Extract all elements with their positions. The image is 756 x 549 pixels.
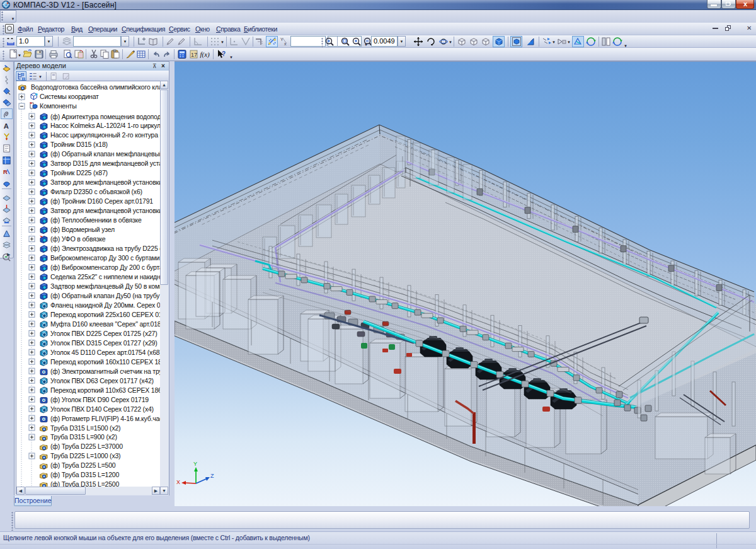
- svg-text:Тройник D315 (x18): Тройник D315 (x18): [50, 141, 108, 148]
- svg-text:Переход короткий 160х110 СЕРЕХ: Переход короткий 160х110 СЕРЕХ 18693 (х7…: [50, 358, 160, 366]
- svg-text:Седелка 225х2" с ниппелем и на: Седелка 225х2" с ниппелем и накидной гай: [50, 273, 160, 280]
- svg-text:X: X: [176, 479, 180, 485]
- svg-text:(ф) Архитектура помещения водо: (ф) Архитектура помещения водоподготов: [50, 113, 160, 120]
- svg-text:Уголок ПВХ D315 Серех 01727 (х: Уголок ПВХ D315 Серех 01727 (х29): [50, 339, 158, 347]
- svg-text:(ф) Виброкомпенсатор Ду 200 с: (ф) Виброкомпенсатор Ду 200 с буртами и: [50, 263, 160, 271]
- svg-text:Водоподготовка бассейна олимпи: Водоподготовка бассейна олимпийского кла…: [31, 83, 160, 91]
- svg-text:Насос Kolmeks AL-1202/4 1-го ц: Насос Kolmeks AL-1202/4 1-го циркуляцио: [50, 122, 160, 129]
- svg-text:17: 17: [191, 52, 197, 58]
- svg-text:Уголок 45 D110 Серех арт.0175: Уголок 45 D110 Серех арт.01754 (х68): [50, 349, 160, 356]
- svg-text:(ф) Электрозадвижка на трубу D: (ф) Электрозадвижка на трубу D225 с бурт…: [50, 245, 160, 252]
- svg-text:Y: Y: [280, 37, 284, 42]
- svg-text:Тройник D225 (x87): Тройник D225 (x87): [50, 169, 108, 176]
- svg-text:Z: Z: [210, 473, 214, 479]
- svg-text:(ф) Водомерный узел: (ф) Водомерный узел: [50, 226, 115, 233]
- svg-text:(ф) Электромагнитный счетчик н: (ф) Электромагнитный счетчик на трубу 22: [50, 367, 160, 375]
- svg-text:Y: Y: [193, 461, 197, 467]
- svg-text:Уголок ПВХ D63 Серех 01717 (х4: Уголок ПВХ D63 Серех 01717 (х42): [50, 377, 154, 384]
- svg-text:Труба D315 L=900 (х2): Труба D315 L=900 (х2): [50, 433, 117, 441]
- svg-text:(ф) Обратный клапан Ду50 (на т: (ф) Обратный клапан Ду50 (на трубу D63) …: [50, 292, 160, 299]
- svg-text:Затвор для межфланцевой устано: Затвор для межфланцевой установки Ду 15: [50, 178, 160, 186]
- svg-text:Виброкомпенсатор Ду 300 с бурт: Виброкомпенсатор Ду 300 с буртами и фл: [50, 254, 160, 262]
- svg-text:Фильтр D2350 с объвязкой (х6): Фильтр D2350 с объвязкой (х6): [50, 188, 142, 195]
- svg-text:Системы координат: Системы координат: [40, 93, 99, 100]
- svg-text:(ф) Труба D225 L=500: (ф) Труба D225 L=500: [50, 461, 116, 469]
- svg-text:(ф) УФО в обвязке: (ф) УФО в обвязке: [50, 235, 106, 243]
- svg-text:Компоненты: Компоненты: [40, 102, 77, 110]
- svg-text:A: A: [4, 122, 9, 130]
- svg-text:Труба D315 L=1500 (х2): Труба D315 L=1500 (х2): [50, 424, 120, 432]
- svg-text:Насос циркуляционный 2-го конт: Насос циркуляционный 2-го контура (От д: [50, 131, 160, 139]
- svg-text:Труба D225 L=1000 (х3): Труба D225 L=1000 (х3): [50, 452, 120, 459]
- svg-text:Задтвор межфланцевый Ду 50 в к: Задтвор межфланцевый Ду 50 в комплекте: [50, 282, 160, 290]
- svg-text:Муфта D160 клеевая "Серех" арт: Муфта D160 клеевая "Серех" арт.01883 (х5…: [50, 320, 160, 328]
- svg-text:x: x: [284, 42, 287, 46]
- svg-text:Затвор для межфланцевой устано: Затвор для межфланцевой установки Ду 20: [50, 207, 160, 214]
- svg-text:(ф) Ротаметр FLIV(FIP) 4-16 м.: (ф) Ротаметр FLIV(FIP) 4-16 м.куб.час: [50, 415, 160, 422]
- svg-text:Уголок ПВХ D140 Серех 01722 (х: Уголок ПВХ D140 Серех 01722 (х4): [50, 405, 154, 413]
- svg-text:(ф) Труба D315 L=1200: (ф) Труба D315 L=1200: [50, 471, 120, 478]
- svg-text:Фланец накидной Ду 200мм. Сере: Фланец накидной Ду 200мм. Серех 02042 (х: [50, 301, 160, 309]
- svg-text:(ф) Обратный клапан межфланцев: (ф) Обратный клапан межфланцевый D315: [50, 150, 160, 158]
- svg-text:Уголок ПВХ D225 Серех 01725 (х: Уголок ПВХ D225 Серех 01725 (х27): [50, 330, 158, 337]
- svg-text:(ф) Тройник D160 Серех арт.017: (ф) Тройник D160 Серех арт.01791: [50, 197, 153, 205]
- svg-text:(ф) Труба D315 L=2500: (ф) Труба D315 L=2500: [50, 480, 120, 487]
- svg-text:f(x): f(x): [200, 50, 210, 59]
- svg-text:Переход короткий 110х63 СЕРЕХ: Переход короткий 110х63 СЕРЕХ 18690 (х40…: [50, 386, 160, 394]
- svg-text:Затвор D315 для межфланцевой у: Затвор D315 для межфланцевой установки: [50, 159, 160, 167]
- svg-text:?: ?: [222, 50, 226, 57]
- svg-text:(ф) Теплообменники в обвязке: (ф) Теплообменники в обвязке: [50, 216, 142, 224]
- svg-text:Переход короткий 225х160 СЕРЕХ: Переход короткий 225х160 СЕРЕХ 01937 (х1…: [50, 311, 160, 318]
- svg-text:(ф) Уголок ПВХ D90 Серех 01719: (ф) Уголок ПВХ D90 Серех 01719: [50, 396, 149, 403]
- svg-text:(ф) Труба D225 L=37000: (ф) Труба D225 L=37000: [50, 442, 123, 450]
- svg-text:R: R: [3, 169, 8, 175]
